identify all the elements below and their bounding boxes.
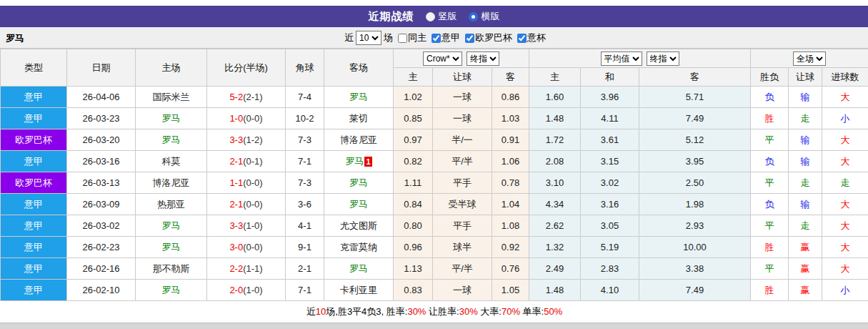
full-time-score: 2-2 [229, 263, 243, 274]
coppa-checkbox[interactable] [517, 34, 527, 43]
table-row: 欧罗巴杯26-03-13博洛尼亚1-1(0-0)7-3罗马1.11平手0.783… [1, 172, 868, 194]
vertical-radio-icon[interactable] [426, 12, 435, 21]
outcome-cell: 胜 [751, 108, 789, 129]
euro-mode-select[interactable]: 终指 [647, 51, 679, 66]
table-row: 意甲26-03-23罗马1-0(0-0)10-2莱切0.85一球1.031.48… [1, 108, 868, 129]
goals-result-cell: 走 [822, 172, 868, 194]
horizontal-layout-option[interactable]: 横版 [469, 10, 500, 23]
score-cell: 2-1(0-1) [207, 151, 286, 172]
date-cell: 26-03-20 [67, 129, 136, 151]
corner-cell: 7-1 [286, 151, 324, 172]
serie-a-checkbox[interactable] [431, 34, 441, 43]
asian-away-odds: 1.03 [492, 108, 529, 129]
same-home-filter[interactable]: 同主 [395, 31, 426, 44]
corner-cell: 7-3 [286, 172, 324, 194]
result-scope-select[interactable]: 全场 [793, 51, 826, 66]
league-badge: 欧罗巴杯 [1, 129, 67, 151]
handicap-result-cell: 输 [789, 87, 822, 108]
home-team-cell: 罗马 [136, 215, 207, 237]
asian-handicap: 一球 [433, 87, 492, 108]
full-time-score: 3-0 [229, 242, 243, 252]
euro-draw-odds: 4.11 [581, 108, 639, 129]
euro-draw-odds: 5.19 [581, 237, 639, 258]
asian-mode-select[interactable]: 终指 [467, 51, 499, 66]
euro-draw-odds: 3.96 [581, 87, 639, 108]
col-header-score: 比分(半场) [207, 49, 286, 87]
asian-home-odds: 1.13 [394, 258, 433, 280]
league-badge: 欧罗巴杯 [1, 172, 67, 194]
corner-cell: 4-1 [286, 215, 324, 237]
asian-away-odds: 1.04 [492, 194, 529, 215]
score-cell: 2-0(1-0) [207, 280, 286, 301]
home-team-cell: 罗马 [136, 280, 207, 301]
home-team-cell: 罗马 [136, 129, 207, 151]
asian-away-odds: 1.05 [492, 280, 529, 301]
asian-home-odds: 0.97 [394, 129, 433, 151]
table-row: 意甲26-02-16那不勒斯2-2(1-1)2-1罗马1.13平/半0.762.… [1, 258, 868, 280]
home-team-cell: 热那亚 [136, 194, 207, 215]
europa-filter[interactable]: 欧罗巴杯 [462, 31, 512, 44]
same-home-checkbox[interactable] [398, 34, 407, 43]
score-cell: 1-1(0-0) [207, 172, 286, 194]
filter-bar: 罗马 近 10 场 同主 意甲 欧罗巴杯 意杯 [0, 27, 868, 49]
score-cell: 3-3(1-0) [207, 215, 286, 237]
col-header-type: 类型 [1, 49, 67, 87]
serie-a-filter[interactable]: 意甲 [429, 31, 460, 44]
euro-home-odds: 1.60 [529, 87, 581, 108]
coppa-filter[interactable]: 意杯 [514, 31, 546, 44]
score-cell: 3-0(0-0) [207, 237, 286, 258]
euro-away-odds: 7.49 [639, 108, 751, 129]
outcome-cell: 负 [751, 151, 789, 172]
asian-away-odds: 1.08 [492, 215, 529, 237]
serie-a-label: 意甲 [442, 31, 460, 44]
table-row: 意甲26-02-23罗马3-0(0-0)9-1克雷莫纳0.96球半0.921.3… [1, 237, 868, 258]
away-team-cell: 卡利亚里 [324, 280, 394, 301]
europa-checkbox[interactable] [465, 34, 474, 43]
euro-draw-odds: 3.15 [581, 151, 639, 172]
half-time-score: (1-0) [243, 220, 262, 231]
full-time-score: 2-1 [229, 199, 243, 210]
score-cell: 3-3(1-2) [207, 129, 286, 151]
summary-row: 近10场,胜3平4负3, 胜率:30% 让胜率:30% 大率:70% 单率:50… [1, 301, 868, 323]
league-badge: 意甲 [1, 237, 67, 258]
horizontal-radio-icon[interactable] [469, 12, 478, 21]
asian-source-select[interactable]: Crow* [423, 51, 462, 66]
vertical-radio-label: 竖版 [439, 10, 457, 23]
euro-home-odds: 2.08 [529, 151, 581, 172]
euro-home-odds: 1.48 [529, 280, 581, 301]
vertical-layout-option[interactable]: 竖版 [426, 10, 457, 23]
handicap-result-cell: 走 [789, 108, 822, 129]
horizontal-radio-label: 横版 [482, 10, 500, 23]
asian-handicap: 球半 [433, 237, 492, 258]
date-cell: 26-03-13 [67, 172, 136, 194]
handicap-result-cell: 输 [789, 129, 822, 151]
euro-away-odds: 10.00 [639, 237, 751, 258]
asian-away-odds: 0.91 [492, 129, 529, 151]
euro-draw-odds: 3.05 [581, 215, 639, 237]
summary-value: 30% [407, 306, 426, 317]
asian-home-odds: 1.11 [394, 172, 433, 194]
asian-home-odds: 0.83 [394, 280, 433, 301]
asian-handicap: 受半球 [433, 194, 492, 215]
asian-home-odds: 0.96 [394, 237, 433, 258]
outcome-cell: 平 [751, 258, 789, 280]
europa-label: 欧罗巴杯 [475, 31, 512, 44]
half-time-score: (1-0) [243, 285, 262, 295]
home-team-cell: 博洛尼亚 [136, 172, 207, 194]
date-cell: 26-03-09 [67, 194, 136, 215]
asian-away-odds: 0.92 [492, 237, 529, 258]
full-time-score: 3-3 [229, 220, 243, 231]
asian-handicap: 平/半 [433, 258, 492, 280]
euro-source-select[interactable]: 平均值 [601, 51, 642, 66]
corner-cell: 7-3 [286, 129, 324, 151]
euro-home-odds: 4.34 [529, 194, 581, 215]
recent-count-select[interactable]: 10 [356, 31, 381, 45]
summary-value: 70% [502, 306, 520, 317]
asian-away-odds: 1.06 [492, 151, 529, 172]
goals-result-cell: 小 [822, 280, 868, 301]
goals-result-cell: 大 [822, 129, 868, 151]
red-card-badge: 1 [364, 157, 371, 167]
result-group-header: 全场 [751, 49, 868, 68]
half-time-score: (0-0) [243, 199, 262, 210]
summary-label: 大率: [478, 306, 502, 317]
